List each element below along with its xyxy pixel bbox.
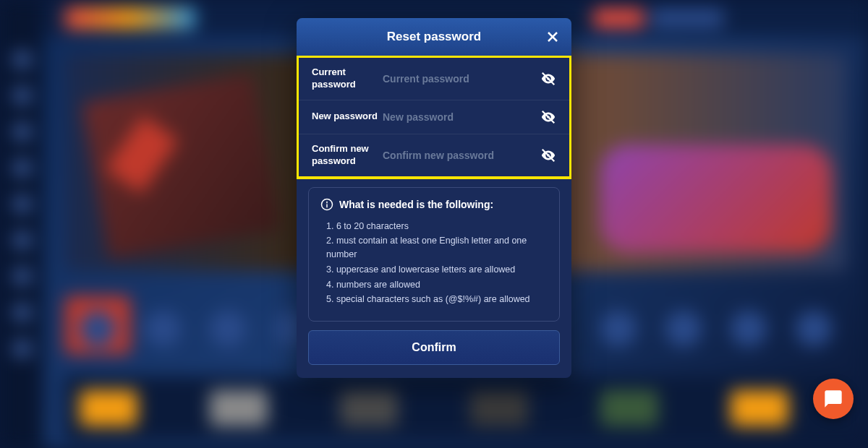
requirements-header: What is needed is the following: — [320, 198, 548, 211]
info-icon — [320, 198, 333, 211]
current-password-row: Current password — [299, 58, 569, 100]
requirements-list: 1. 6 to 20 characters 2. must contain at… — [320, 220, 548, 307]
chat-button[interactable] — [813, 379, 854, 419]
eye-off-icon — [540, 147, 556, 163]
chat-icon — [823, 389, 843, 409]
eye-off-icon — [540, 109, 556, 125]
confirm-password-input[interactable] — [383, 150, 540, 161]
current-password-input[interactable] — [383, 73, 540, 85]
modal-header: Reset password — [297, 18, 571, 56]
toggle-visibility-current[interactable] — [540, 71, 556, 87]
requirement-item: 3. uppercase and lowercase letters are a… — [326, 263, 548, 277]
close-icon — [547, 31, 558, 43]
toggle-visibility-new[interactable] — [540, 109, 556, 125]
new-password-row: New password — [299, 100, 569, 134]
new-password-label: New password — [312, 111, 383, 123]
confirm-button[interactable]: Confirm — [308, 330, 560, 365]
new-password-input[interactable] — [383, 111, 540, 123]
eye-off-icon — [540, 71, 556, 87]
highlighted-fields: Current password New password Confirm ne… — [297, 55, 571, 179]
close-button[interactable] — [545, 30, 560, 44]
requirement-item: 1. 6 to 20 characters — [326, 220, 548, 233]
requirements-header-text: What is needed is the following: — [339, 199, 493, 210]
password-requirements: What is needed is the following: 1. 6 to… — [308, 187, 560, 322]
requirement-item: 5. special characters such as (@$!%#) ar… — [326, 293, 548, 306]
requirement-item: 2. must contain at least one English let… — [326, 234, 548, 262]
current-password-label: Current password — [312, 66, 383, 91]
modal-title: Reset password — [387, 30, 481, 44]
confirm-password-row: Confirm new password — [299, 134, 569, 176]
toggle-visibility-confirm[interactable] — [540, 147, 556, 163]
reset-password-modal: Reset password Current password New pass… — [297, 18, 571, 378]
requirement-item: 4. numbers are allowed — [326, 278, 548, 292]
confirm-password-label: Confirm new password — [312, 143, 383, 168]
